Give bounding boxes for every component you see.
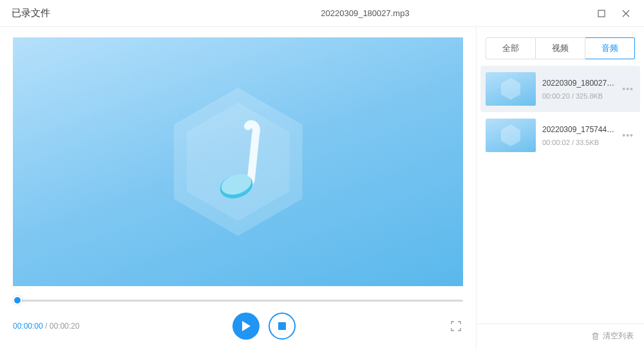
main-area: 00:00:00 / 00:00:20 [0,27,644,348]
progress-track [13,300,463,302]
file-item[interactable]: 20220309_180027.mp3 00:00:20 / 325.8KB •… [480,66,640,112]
sidebar: 全部 视频 音频 20220309_180027.mp3 00:00:20 / … [477,27,644,348]
window-controls [596,8,639,19]
audio-artwork [155,78,322,246]
file-name: 20220309_175744.mp3 [542,125,614,134]
fullscreen-button[interactable] [449,319,463,333]
file-meta: 00:00:20 / 325.8KB [542,92,614,100]
play-icon [241,320,251,332]
close-button[interactable] [621,8,631,19]
media-preview [13,37,463,286]
app-title: 已录文件 [5,7,134,19]
file-more-button[interactable]: ••• [621,130,635,140]
controls-row: 00:00:00 / 00:00:20 [13,312,463,340]
music-note-icon [203,117,274,207]
maximize-button[interactable] [596,8,607,19]
file-more-button[interactable]: ••• [621,84,635,94]
play-button[interactable] [232,313,260,340]
file-thumbnail [486,119,536,152]
player-area: 00:00:00 / 00:00:20 [0,27,477,348]
file-list: 20220309_180027.mp3 00:00:20 / 325.8KB •… [477,66,644,324]
stop-icon [278,322,286,330]
stop-button[interactable] [269,313,296,340]
progress-handle[interactable] [13,296,22,305]
time-display: 00:00:00 / 00:00:20 [13,322,79,331]
thumbnail-hex-icon [501,78,520,100]
tab-audio[interactable]: 音频 [585,37,635,59]
total-time: 00:00:20 [50,322,80,331]
tab-video[interactable]: 视频 [536,37,585,59]
playback-controls [79,313,449,340]
titlebar: 已录文件 20220309_180027.mp3 [0,0,644,27]
filter-tabs: 全部 视频 音频 [486,37,635,59]
progress-bar[interactable] [13,295,463,305]
fullscreen-icon [451,321,461,331]
file-meta: 00:00:02 / 33.5KB [542,139,614,146]
current-file-title: 20220309_180027.mp3 [134,8,596,18]
file-info: 20220309_180027.mp3 00:00:20 / 325.8KB [542,79,614,100]
clear-list-label: 清空列表 [603,331,634,342]
tab-all[interactable]: 全部 [486,37,536,59]
clear-list-button[interactable]: 清空列表 [477,324,644,348]
file-info: 20220309_175744.mp3 00:00:02 / 33.5KB [542,125,614,146]
file-item[interactable]: 20220309_175744.mp3 00:00:02 / 33.5KB ••… [480,112,640,159]
trash-icon [591,332,600,340]
thumbnail-hex-icon [501,124,520,146]
file-thumbnail [486,72,536,106]
current-time: 00:00:00 [13,322,43,331]
svg-rect-3 [278,322,286,330]
file-name: 20220309_180027.mp3 [542,79,614,88]
svg-rect-0 [598,10,605,17]
